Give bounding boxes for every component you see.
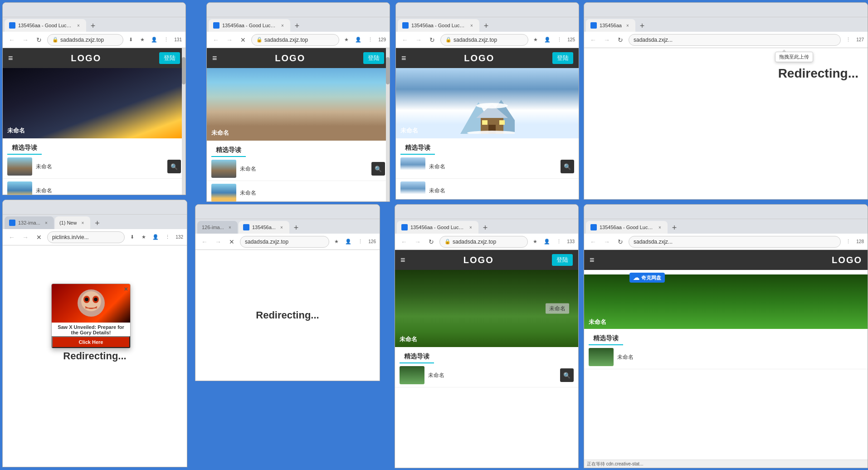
scrollbar-2[interactable] xyxy=(386,48,390,201)
tab-active-3[interactable]: 135456aa - Good Luck To Yo... × xyxy=(398,19,479,32)
menu-icon-1[interactable]: ⋮ xyxy=(161,35,171,44)
profile-icon-2[interactable]: 👤 xyxy=(354,35,363,44)
menu-icon-4[interactable]: ⋮ xyxy=(844,35,853,44)
scrollbar-1[interactable] xyxy=(182,48,185,195)
forward-btn-4[interactable]: → xyxy=(601,34,612,45)
hamburger-3[interactable]: ≡ xyxy=(401,54,406,63)
url-field-4[interactable]: sadadsda.zxjz... xyxy=(629,34,841,46)
url-field-6[interactable]: sadadsda.zxjz.top xyxy=(240,236,329,248)
new-tab-btn-5[interactable]: + xyxy=(91,217,103,229)
login-btn-1[interactable]: 登陆 xyxy=(159,52,180,64)
reload-btn-4[interactable]: ↻ xyxy=(615,34,626,45)
profile-icon-6[interactable]: 👤 xyxy=(344,237,353,246)
tab-close-6a[interactable]: × xyxy=(227,224,233,230)
tab-active-1[interactable]: 135456aa - Good Luck To Yo... × xyxy=(5,19,86,32)
tab-active-7[interactable]: 135456aa - Good Luck To Yo... × xyxy=(397,221,478,234)
tab-close-4[interactable]: × xyxy=(624,22,631,29)
bookmark-icon-3[interactable]: ★ xyxy=(531,35,540,44)
reload-btn-7[interactable]: ↻ xyxy=(426,236,437,247)
tab-active-2[interactable]: 135456aa - Good Luck To Yo... × xyxy=(209,19,290,32)
bookmark-icon-5[interactable]: ★ xyxy=(139,233,148,242)
reload-btn-1[interactable]: ↻ xyxy=(34,34,44,45)
back-btn-2[interactable]: ← xyxy=(210,34,221,45)
scrollbar-thumb-1[interactable] xyxy=(182,57,185,84)
ad-click-btn-overlay[interactable]: Click Here xyxy=(52,336,130,348)
tab-active-8[interactable]: 135456aa - Good Luck To Yo... × xyxy=(586,221,668,234)
hamburger-7[interactable]: ≡ xyxy=(400,255,405,265)
forward-btn-5[interactable]: → xyxy=(20,232,31,243)
menu-icon-8[interactable]: ⋮ xyxy=(844,237,853,246)
url-field-3[interactable]: 🔒 sadadsda.zxjz.top xyxy=(440,34,528,46)
hamburger-2[interactable]: ≡ xyxy=(212,54,217,63)
back-btn-7[interactable]: ← xyxy=(399,236,410,247)
bookmark-icon-1[interactable]: ★ xyxy=(138,35,147,44)
ad-close-btn-overlay[interactable]: × xyxy=(124,285,128,293)
back-btn-1[interactable]: ← xyxy=(6,34,17,45)
menu-icon-6[interactable]: ⋮ xyxy=(356,237,365,246)
forward-btn-6[interactable]: → xyxy=(213,236,224,247)
hamburger-8[interactable]: ≡ xyxy=(590,255,595,265)
reload-btn-3[interactable]: ↻ xyxy=(427,34,438,45)
tab-inactive-6a[interactable]: 126-ima... × xyxy=(197,221,238,234)
profile-icon-7[interactable]: 👤 xyxy=(542,237,551,246)
profile-icon-5[interactable]: 👤 xyxy=(151,233,160,242)
cloud-badge[interactable]: ☁ 奇克网盘 xyxy=(629,273,665,283)
url-field-2[interactable]: 🔒 sadadsda.zxjz.top xyxy=(251,34,339,46)
search-btn-7a[interactable]: 🔍 xyxy=(560,368,574,382)
back-btn-4[interactable]: ← xyxy=(588,34,599,45)
download-icon-1[interactable]: ⬇ xyxy=(126,35,135,44)
bookmark-icon-7[interactable]: ★ xyxy=(531,237,540,246)
reload-btn-8[interactable]: ↻ xyxy=(615,236,626,247)
tab-active-4[interactable]: 135456aa × xyxy=(586,19,635,32)
new-tab-btn-4[interactable]: + xyxy=(636,20,648,32)
menu-icon-2[interactable]: ⋮ xyxy=(366,35,375,44)
new-tab-btn-2[interactable]: + xyxy=(291,20,303,32)
profile-icon-1[interactable]: 👤 xyxy=(150,35,159,44)
new-tab-btn-6[interactable]: + xyxy=(290,222,302,234)
reload-btn-5[interactable]: ✕ xyxy=(34,232,44,243)
search-btn-3a[interactable]: 🔍 xyxy=(561,160,574,173)
tab-active-5b[interactable]: (1) New × xyxy=(55,216,91,229)
download-icon-5[interactable]: ⬇ xyxy=(127,233,137,242)
menu-icon-5[interactable]: ⋮ xyxy=(163,233,172,242)
menu-icon-7[interactable]: ⋮ xyxy=(554,237,563,246)
tab-inactive-5a[interactable]: 132-ima... × xyxy=(5,216,54,229)
login-btn-7[interactable]: 登陆 xyxy=(552,254,573,266)
bookmark-icon-2[interactable]: ★ xyxy=(342,35,351,44)
url-field-5[interactable]: piclinks.in/vie... xyxy=(47,231,125,243)
login-btn-2[interactable]: 登陆 xyxy=(363,52,384,64)
tab-close-7[interactable]: × xyxy=(468,224,474,230)
forward-btn-7[interactable]: → xyxy=(412,236,423,247)
back-btn-6[interactable]: ← xyxy=(199,236,210,247)
tab-close-5b[interactable]: × xyxy=(79,220,86,226)
scrollbar-thumb-2[interactable] xyxy=(386,57,390,84)
new-tab-btn-8[interactable]: + xyxy=(668,222,680,234)
new-tab-btn-3[interactable]: + xyxy=(480,20,492,32)
tab-close-5a[interactable]: × xyxy=(43,220,49,226)
search-btn-1a[interactable]: 🔍 xyxy=(167,160,181,173)
url-field-8[interactable]: sadadsda.zxjz... xyxy=(629,236,841,248)
forward-btn-3[interactable]: → xyxy=(413,34,424,45)
url-field-7[interactable]: 🔒 sadadsda.zxjz.top xyxy=(439,236,528,248)
forward-btn-8[interactable]: → xyxy=(601,236,612,247)
forward-btn-1[interactable]: → xyxy=(20,34,31,45)
new-tab-btn-7[interactable]: + xyxy=(479,222,491,234)
tab-close-2[interactable]: × xyxy=(279,22,286,29)
back-btn-5[interactable]: ← xyxy=(6,232,17,243)
back-btn-3[interactable]: ← xyxy=(400,34,410,45)
new-tab-btn-1[interactable]: + xyxy=(87,20,99,32)
login-btn-3[interactable]: 登陆 xyxy=(552,52,573,64)
profile-icon-3[interactable]: 👤 xyxy=(543,35,552,44)
back-btn-8[interactable]: ← xyxy=(588,236,599,247)
tab-close-1[interactable]: × xyxy=(75,22,82,29)
url-field-1[interactable]: 🔒 sadadsda.zxjz.top xyxy=(47,34,123,46)
tab-active-6b[interactable]: 135456a... × xyxy=(239,221,289,234)
menu-icon-3[interactable]: ⋮ xyxy=(555,35,564,44)
bookmark-icon-6[interactable]: ★ xyxy=(332,237,341,246)
reload-btn-6[interactable]: ✕ xyxy=(226,236,237,247)
forward-btn-2[interactable]: → xyxy=(224,34,235,45)
hamburger-1[interactable]: ≡ xyxy=(8,54,13,63)
tab-close-8[interactable]: × xyxy=(657,224,663,230)
tab-close-6b[interactable]: × xyxy=(278,224,285,230)
reload-btn-2[interactable]: ✕ xyxy=(238,34,249,45)
